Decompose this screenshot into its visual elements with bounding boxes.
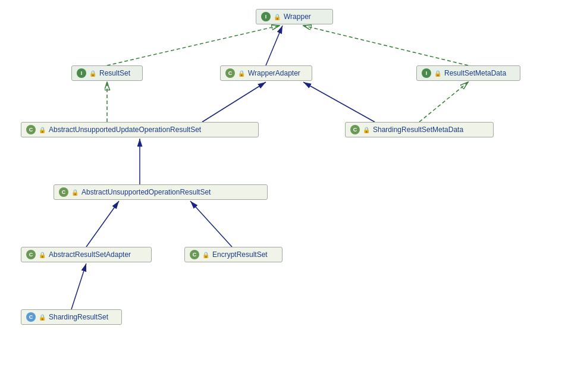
- node-label: AbstractUnsupportedUpdateOperationResult…: [49, 126, 201, 134]
- svg-line-4: [202, 82, 266, 122]
- node-abstractresultsetadapter[interactable]: C 🔒 AbstractResultSetAdapter: [21, 247, 152, 262]
- badge-class: C: [350, 125, 360, 134]
- svg-line-5: [419, 82, 468, 122]
- node-label: ShardingResultSet: [49, 313, 108, 321]
- node-abstractunsupportedupdateoperation[interactable]: C 🔒 AbstractUnsupportedUpdateOperationRe…: [21, 122, 259, 137]
- svg-line-8: [86, 201, 119, 247]
- node-shardingresultsetmetadata[interactable]: C 🔒 ShardingResultSetMetaData: [345, 122, 494, 137]
- node-resultsetmetadata[interactable]: I 🔒 ResultSetMetaData: [416, 65, 520, 81]
- node-label: AbstractUnsupportedOperationResultSet: [81, 188, 211, 196]
- lock-icon: 🔒: [39, 127, 46, 133]
- svg-line-10: [71, 264, 86, 309]
- node-wrapperadapter[interactable]: C 🔒 WrapperAdapter: [220, 65, 312, 81]
- node-shardingresultset[interactable]: C 🔒 ShardingResultSet: [21, 309, 122, 325]
- lock-icon: 🔒: [39, 252, 46, 258]
- svg-line-9: [190, 201, 232, 247]
- class-diagram: I 🔒 Wrapper I 🔒 ResultSet C 🔒 WrapperAda…: [0, 0, 565, 392]
- node-label: EncryptResultSet: [212, 250, 268, 259]
- lock-icon: 🔒: [71, 189, 79, 196]
- node-label: Wrapper: [284, 12, 311, 21]
- badge-class: C: [26, 250, 36, 259]
- node-label: ShardingResultSetMetaData: [373, 126, 463, 134]
- node-resultset[interactable]: I 🔒 ResultSet: [71, 65, 143, 81]
- node-label: ResultSet: [99, 69, 130, 77]
- svg-line-0: [107, 26, 280, 65]
- badge-interface: I: [422, 68, 431, 78]
- lock-icon: 🔒: [238, 70, 245, 77]
- lock-icon: 🔒: [434, 70, 441, 77]
- badge-interface: I: [77, 68, 86, 78]
- lock-icon: 🔒: [89, 70, 96, 77]
- badge-class: C: [26, 312, 36, 322]
- badge-class: C: [225, 68, 235, 78]
- node-label: AbstractResultSetAdapter: [49, 250, 131, 259]
- badge-class: C: [59, 187, 68, 197]
- badge-interface: I: [261, 12, 271, 21]
- node-encryptresultset[interactable]: C 🔒 EncryptResultSet: [184, 247, 282, 262]
- svg-line-2: [303, 26, 468, 65]
- svg-line-6: [303, 82, 375, 122]
- node-label: WrapperAdapter: [248, 69, 300, 77]
- lock-icon: 🔒: [202, 252, 209, 258]
- node-wrapper[interactable]: I 🔒 Wrapper: [256, 9, 333, 24]
- badge-class: C: [190, 250, 199, 259]
- lock-icon: 🔒: [39, 314, 46, 321]
- node-abstractunsupportedoperation[interactable]: C 🔒 AbstractUnsupportedOperationResultSe…: [54, 184, 268, 200]
- badge-class: C: [26, 125, 36, 134]
- lock-icon: 🔒: [274, 14, 281, 20]
- node-label: ResultSetMetaData: [444, 69, 506, 77]
- svg-line-1: [266, 26, 282, 65]
- lock-icon: 🔒: [363, 127, 370, 133]
